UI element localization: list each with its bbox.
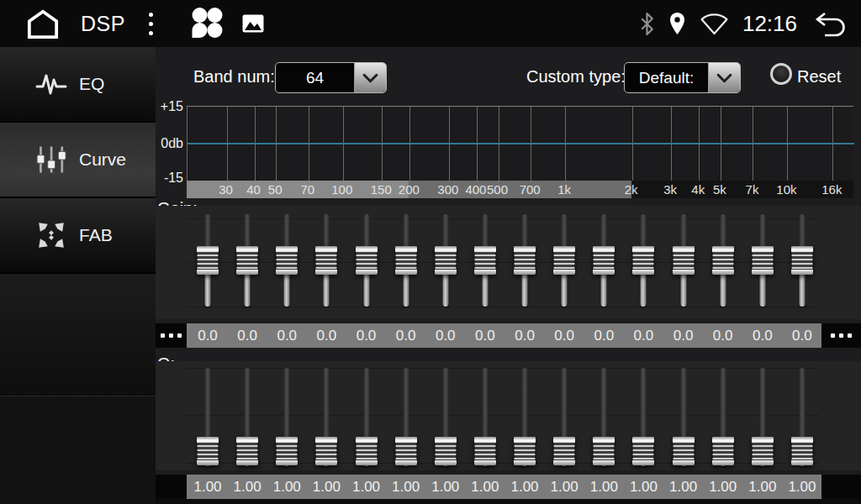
gain-slider-8[interactable] <box>471 206 499 319</box>
gain-more-left-button[interactable] <box>156 323 187 348</box>
gain-slider-knob[interactable] <box>673 246 695 275</box>
q-slider-11[interactable] <box>589 361 618 470</box>
band-num-value: 64 <box>276 63 354 92</box>
q-slider-8[interactable] <box>471 361 499 470</box>
gain-slider-knob[interactable] <box>395 246 417 275</box>
q-slider-15[interactable] <box>748 361 777 470</box>
q-slider-knob[interactable] <box>553 437 575 465</box>
q-slider-5[interactable] <box>352 361 381 470</box>
gain-slider-knob[interactable] <box>712 246 734 275</box>
apps-clover-icon[interactable] <box>190 7 224 40</box>
sidebar-item-eq[interactable]: EQ <box>0 47 156 123</box>
gridline <box>227 107 228 181</box>
wifi-icon[interactable] <box>700 12 729 35</box>
location-icon[interactable] <box>668 12 686 35</box>
q-slider-knob[interactable] <box>435 437 457 465</box>
sidebar-item-curve[interactable]: Curve <box>0 123 156 198</box>
q-slider-4[interactable] <box>312 361 341 470</box>
gain-slider-knob[interactable] <box>791 246 813 275</box>
gain-slider-16[interactable] <box>788 206 816 319</box>
q-slider-3[interactable] <box>272 361 301 470</box>
q-slider-7[interactable] <box>431 361 460 470</box>
q-slider-knob[interactable] <box>315 437 337 465</box>
gain-slider-knob[interactable] <box>276 246 298 275</box>
gain-slider-3[interactable] <box>272 206 301 319</box>
q-slider-knob[interactable] <box>236 437 258 465</box>
reset-radio[interactable] <box>770 63 792 85</box>
gain-slider-knob[interactable] <box>236 246 258 275</box>
gain-slider-knob[interactable] <box>752 246 774 275</box>
q-slider-knob[interactable] <box>276 437 298 465</box>
gain-slider-knob[interactable] <box>197 246 219 275</box>
gain-slider-knob[interactable] <box>474 246 496 275</box>
q-slider-knob[interactable] <box>356 437 378 465</box>
custom-type-dropdown[interactable]: Default: <box>624 62 741 93</box>
gain-slider-9[interactable] <box>510 206 539 319</box>
x-tick-label: 50 <box>268 181 283 198</box>
q-slider-knob[interactable] <box>593 437 615 465</box>
gain-slider-knob[interactable] <box>356 246 378 275</box>
q-slider-12[interactable] <box>629 361 658 470</box>
gain-slider-knob[interactable] <box>632 246 654 275</box>
gain-slider-knob[interactable] <box>315 246 337 275</box>
q-slider-knob[interactable] <box>632 437 654 465</box>
q-slider-knob[interactable] <box>395 437 417 465</box>
q-value-4: 1.00 <box>313 475 341 499</box>
gain-slider-14[interactable] <box>709 206 737 319</box>
gain-slider-knob[interactable] <box>435 246 457 275</box>
q-value-10: 1.00 <box>551 475 578 499</box>
gain-slider-10[interactable] <box>550 206 578 319</box>
x-tick-label: 400 <box>465 181 486 198</box>
q-slider-knob[interactable] <box>197 437 219 465</box>
gain-slider-knob[interactable] <box>514 246 536 275</box>
gain-slider-knob[interactable] <box>593 246 615 275</box>
back-icon[interactable] <box>814 11 848 37</box>
gain-slider-2[interactable] <box>233 206 261 319</box>
gain-slider-7[interactable] <box>431 206 460 319</box>
gridline <box>499 107 499 181</box>
q-slider-10[interactable] <box>550 361 578 470</box>
bluetooth-icon[interactable] <box>639 13 655 35</box>
gallery-icon[interactable] <box>242 14 264 33</box>
q-slider-knob[interactable] <box>673 437 695 465</box>
gain-slider-4[interactable] <box>312 206 341 319</box>
eq-curve-plot[interactable] <box>187 106 853 181</box>
q-slider-knob[interactable] <box>791 437 813 465</box>
sidebar-item-fab[interactable]: FAB <box>0 198 156 274</box>
gain-slider-5[interactable] <box>352 206 381 319</box>
gain-value-2: 0.0 <box>237 323 257 348</box>
chevron-down-icon[interactable] <box>354 63 386 92</box>
gain-slider-12[interactable] <box>629 206 658 319</box>
x-tick-label: 3k <box>663 181 677 198</box>
overflow-menu-icon[interactable] <box>144 9 158 39</box>
q-slider-knob[interactable] <box>474 437 496 465</box>
q-slider-1[interactable] <box>193 361 222 470</box>
q-value-3: 1.00 <box>273 475 301 499</box>
gain-slider-13[interactable] <box>669 206 698 319</box>
home-icon[interactable] <box>24 8 62 39</box>
x-tick-label: 10k <box>776 181 796 198</box>
gain-slider-15[interactable] <box>748 206 777 319</box>
q-slider-14[interactable] <box>709 361 737 470</box>
q-slider-knob[interactable] <box>514 437 536 465</box>
gain-slider-11[interactable] <box>589 206 618 319</box>
q-slider-9[interactable] <box>510 361 539 470</box>
q-slider-16[interactable] <box>788 361 816 470</box>
gain-slider-1[interactable] <box>193 206 222 319</box>
gain-value-10: 0.0 <box>554 323 574 348</box>
band-num-dropdown[interactable]: 64 <box>275 62 387 93</box>
q-slider-6[interactable] <box>392 361 420 470</box>
q-slider-13[interactable] <box>669 361 698 470</box>
q-slider-2[interactable] <box>233 361 261 470</box>
q-slider-knob[interactable] <box>752 437 774 465</box>
gain-slider-6[interactable] <box>392 206 420 319</box>
gridline <box>699 107 700 181</box>
chevron-down-icon[interactable] <box>708 63 740 92</box>
q-slider-knob[interactable] <box>712 437 734 465</box>
q-value-row: 1.001.001.001.001.001.001.001.001.001.00… <box>156 475 861 499</box>
gain-slider-knob[interactable] <box>553 246 575 275</box>
gain-value-4: 0.0 <box>317 323 337 348</box>
gain-more-right-button[interactable] <box>821 323 861 348</box>
band-num-label: Band num: <box>193 67 275 87</box>
sliders-icon <box>35 144 67 175</box>
